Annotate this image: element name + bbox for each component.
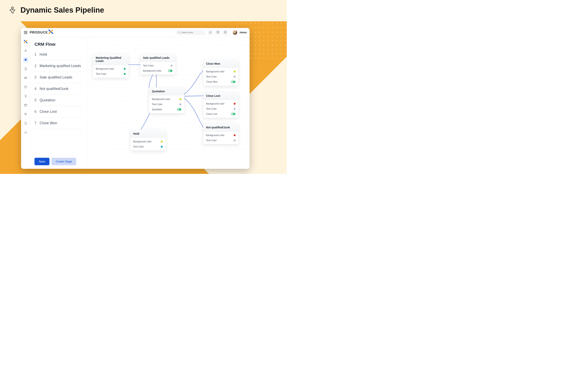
node-hold[interactable]: Hold Background color Text Color [130, 130, 166, 150]
prop-text-color[interactable]: Text Color [203, 74, 238, 79]
menu-toggle[interactable] [24, 31, 27, 34]
rail-item-calendar[interactable] [23, 103, 28, 108]
svg-point-13 [26, 113, 26, 114]
nav-rail [21, 37, 30, 169]
app-window: PRODUCE [21, 28, 250, 169]
save-button[interactable]: Save [35, 158, 50, 165]
prop-background-color[interactable]: Background color [93, 66, 128, 71]
rail-item-card[interactable] [23, 75, 28, 81]
svg-point-14 [25, 115, 26, 115]
node-close-lost[interactable]: Close Lost Background color Text Color C… [203, 92, 238, 118]
svg-rect-5 [217, 32, 217, 33]
color-swatch [234, 134, 236, 136]
topbar-divider [230, 30, 230, 35]
color-swatch [234, 76, 236, 78]
node-title: Sale qualified Leads [140, 54, 175, 62]
settings-button[interactable] [223, 30, 228, 35]
svg-rect-3 [217, 31, 217, 32]
rail-item-file[interactable] [23, 121, 28, 126]
stage-row[interactable]: 5Quotation [35, 95, 84, 106]
prop-text-color[interactable]: Text Color [203, 138, 238, 143]
svg-point-7 [225, 32, 226, 33]
color-swatch [124, 73, 126, 75]
hero: $ Dynamic Sales Pipeline [9, 6, 104, 14]
prop-close-won[interactable]: Close Won [203, 79, 238, 84]
toggle[interactable] [177, 108, 181, 111]
toggle[interactable] [231, 113, 236, 115]
svg-rect-10 [25, 86, 27, 88]
hero-title: Dynamic Sales Pipeline [21, 6, 104, 14]
stage-list: 1Hold 2Marketing qualified Leads 3Sale q… [35, 51, 84, 155]
user-avatar[interactable] [233, 30, 237, 35]
prop-background-color[interactable]: Background color [203, 69, 238, 74]
node-title: Quotation [149, 87, 184, 95]
node-sale-qualified-leads[interactable]: Sale qualified Leads Text Color Backgrou… [140, 54, 175, 75]
search-icon [178, 31, 180, 34]
rail-item-document[interactable] [23, 66, 28, 71]
rail-logo[interactable] [23, 39, 28, 44]
svg-text:$: $ [12, 7, 13, 9]
stage-row[interactable]: 1Hold [35, 51, 84, 60]
node-title: Marketing Qualified Leads [93, 54, 128, 65]
prop-background-color[interactable]: Background color [203, 133, 238, 138]
prop-text-color[interactable]: Text Color [149, 102, 184, 107]
rail-item-flow[interactable] [23, 112, 28, 117]
flow-canvas[interactable]: Marketing Qualified Leads Background col… [88, 37, 250, 169]
prop-background-color[interactable]: Background color [140, 68, 175, 73]
apps-button[interactable] [215, 30, 220, 35]
toggle[interactable] [168, 69, 173, 72]
node-title: Close Won [203, 60, 238, 68]
stage-row[interactable]: 4Not qualified/Junk [35, 83, 84, 95]
color-swatch [179, 98, 181, 100]
rail-item-home[interactable] [23, 57, 28, 62]
prop-text-color[interactable]: Text Color [203, 106, 238, 111]
color-swatch [234, 108, 236, 110]
create-stage-button[interactable]: Create Stage [51, 158, 77, 165]
color-swatch [161, 146, 163, 148]
topbar: PRODUCE [21, 28, 250, 37]
svg-rect-9 [25, 77, 27, 79]
prop-background-color[interactable]: Background color [203, 101, 238, 106]
prop-background-color[interactable]: Background color [130, 139, 166, 144]
prop-text-color[interactable]: Text Color [130, 144, 166, 149]
prop-background-color[interactable]: Background color [149, 97, 184, 102]
stage-row[interactable]: 3Sale qualified Leads [35, 72, 84, 83]
color-swatch [234, 71, 236, 73]
search-input[interactable] [181, 31, 204, 34]
color-swatch [124, 68, 126, 70]
panel-title: CRM Flow [35, 42, 84, 47]
brand-text: PRODUCE [30, 31, 48, 35]
svg-rect-11 [25, 104, 27, 106]
notifications-button[interactable] [208, 30, 213, 35]
svg-rect-6 [218, 32, 219, 33]
bell-icon [209, 31, 212, 34]
prop-text-color[interactable]: Text Color [93, 71, 128, 77]
color-swatch [234, 103, 236, 105]
panel-actions: Save Create Stage [35, 158, 84, 165]
user-name: Admin [240, 31, 247, 34]
node-marketing-qualified-leads[interactable]: Marketing Qualified Leads Background col… [93, 54, 128, 78]
stage-row[interactable]: 7Close Won [35, 118, 84, 129]
stage-row[interactable]: 2Marketing qualified Leads [35, 60, 84, 72]
rail-item-bulb[interactable] [23, 94, 28, 99]
prop-close-lost[interactable]: Close Lost [203, 111, 238, 117]
node-quotation[interactable]: Quotation Background color Text Color Qu… [149, 87, 184, 113]
rail-item-power[interactable] [23, 130, 28, 135]
svg-rect-4 [218, 31, 219, 32]
svg-point-2 [178, 32, 180, 33]
toggle[interactable] [231, 81, 236, 83]
grid-icon [217, 31, 219, 34]
node-close-won[interactable]: Close Won Background color Text Color Cl… [203, 60, 238, 86]
prop-text-color[interactable]: Text Color [140, 63, 175, 68]
stage-row[interactable]: 6Close Lost [35, 106, 84, 118]
rail-item-user[interactable] [23, 48, 28, 53]
gear-icon [224, 31, 227, 34]
rail-item-briefcase[interactable] [23, 84, 28, 90]
prop-quotation[interactable]: Quotation [149, 107, 184, 112]
svg-point-12 [25, 113, 25, 114]
node-not-qualified-junk[interactable]: Not qualified/Junk Background color Text… [203, 123, 238, 144]
color-swatch [179, 103, 181, 105]
node-title: Not qualified/Junk [203, 123, 238, 132]
search-box[interactable] [176, 30, 205, 35]
funnel-dollar-icon: $ [9, 7, 16, 14]
